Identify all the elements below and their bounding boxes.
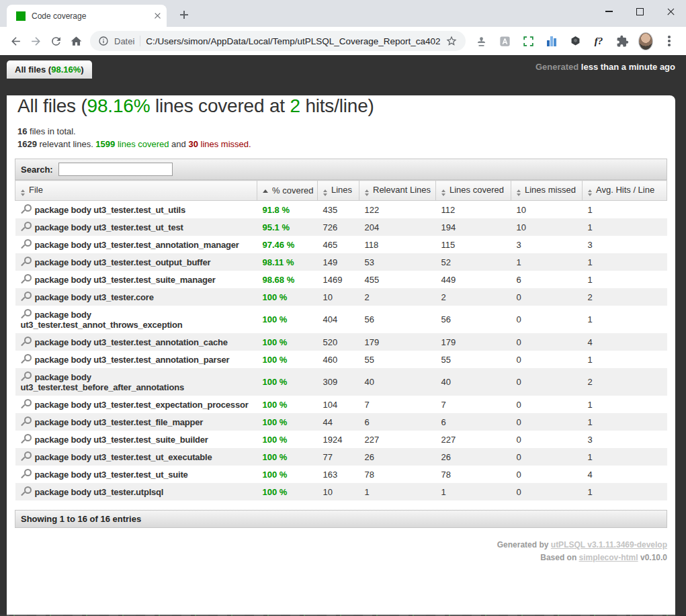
column-header-file[interactable]: File	[15, 181, 257, 201]
file-cell[interactable]: package body ut3_tester.test_output_buff…	[15, 253, 257, 271]
file-link[interactable]: package body ut3_tester.test_suite_manag…	[35, 275, 216, 285]
url-text[interactable]: C:/Users/simon/AppData/Local/Temp/utPLSQ…	[146, 36, 440, 46]
stamp-extension-button[interactable]	[474, 34, 488, 48]
cube-extension-button[interactable]	[568, 34, 583, 48]
file-cell[interactable]: package body ut3_tester.test_annot_throw…	[15, 306, 257, 333]
file-cell[interactable]: package body ut3_tester.test_file_mapper	[15, 413, 257, 431]
file-link[interactable]: package body ut3_tester.utplsql	[35, 487, 164, 497]
all-files-tab[interactable]: All files (98.16%)	[7, 60, 92, 79]
file-cell[interactable]: package body ut3_tester.test_expectation…	[15, 396, 257, 413]
relevant-lines-cell: 40	[359, 368, 436, 396]
maximize-button[interactable]	[624, 0, 655, 23]
new-tab-button[interactable]	[176, 7, 192, 23]
file-link[interactable]: package body ut3_tester.test_ut_executab…	[35, 452, 212, 462]
file-cell[interactable]: package body ut3_tester.test_ut_utils	[15, 201, 257, 219]
percent-covered-cell: 100 %	[257, 466, 318, 483]
generator-link[interactable]: utPLSQL v3.1.11.3469-develop	[551, 540, 667, 549]
file-cell[interactable]: package body ut3_tester.test_suite_build…	[15, 431, 257, 448]
percent-covered-cell: 98.68 %	[257, 271, 318, 288]
fn-extension-button[interactable]: f?	[591, 34, 606, 48]
file-cell[interactable]: package body ut3_tester.test_ut_executab…	[15, 448, 257, 466]
back-button[interactable]	[5, 31, 26, 51]
file-link[interactable]: package body ut3_tester.test_ut_suite	[35, 470, 188, 480]
tab-close-icon[interactable]	[154, 12, 161, 19]
minimize-button[interactable]	[593, 0, 624, 23]
file-link[interactable]: package body ut3_tester.test_annotation_…	[35, 337, 228, 347]
file-link[interactable]: package body ut3_tester.test_annotation_…	[35, 240, 239, 250]
file-link[interactable]: package body ut3_tester.test_output_buff…	[35, 257, 211, 267]
column-header-lines-covered[interactable]: Lines covered	[436, 181, 511, 201]
browser-tab[interactable]: Code coverage	[7, 5, 167, 27]
simplecov-link[interactable]: simplecov-html	[579, 553, 638, 562]
info-icon[interactable]	[98, 36, 109, 46]
browser-toolbar: Datei C:/Users/simon/AppData/Local/Temp/…	[0, 27, 686, 55]
relevant-lines-cell: 7	[359, 396, 436, 413]
lines-covered-cell: 55	[436, 351, 511, 368]
browser-menu-button[interactable]	[662, 34, 677, 48]
file-cell[interactable]: package body ut3_tester.core	[15, 288, 257, 306]
percent-covered-cell: 100 %	[257, 288, 318, 306]
file-link[interactable]: package body ut3_tester.test_expectation…	[35, 400, 249, 410]
profile-button[interactable]	[638, 34, 653, 48]
file-link[interactable]: package body ut3_tester.test_file_mapper	[35, 417, 204, 427]
lines-cell: 435	[318, 201, 359, 219]
table-row: package body ut3_tester.test_expectation…	[15, 396, 667, 413]
avg-hits-cell: 1	[583, 253, 667, 271]
url-bar[interactable]: Datei C:/Users/simon/AppData/Local/Temp/…	[90, 31, 466, 51]
chart-extension-button[interactable]	[544, 34, 559, 48]
file-link[interactable]: package body ut3_tester.test_before_afte…	[21, 372, 184, 392]
file-cell[interactable]: package body ut3_tester.test_before_afte…	[15, 368, 257, 396]
star-icon[interactable]	[445, 35, 458, 47]
magnifier-icon	[21, 354, 32, 364]
file-cell[interactable]: package body ut3_tester.test_ut_suite	[15, 466, 257, 483]
close-button[interactable]	[655, 0, 686, 23]
file-cell[interactable]: package body ut3_tester.test_ut_test	[15, 218, 257, 236]
column-header-avg-hits-line[interactable]: Avg. Hits / Line	[583, 181, 667, 201]
file-cell[interactable]: package body ut3_tester.test_annotation_…	[15, 333, 257, 351]
extensions-button[interactable]	[615, 34, 630, 48]
close-icon	[667, 7, 675, 16]
file-link[interactable]: package body ut3_tester.test_ut_utils	[35, 205, 186, 215]
file-cell[interactable]: package body ut3_tester.test_annotation_…	[15, 236, 257, 253]
url-divider	[140, 36, 140, 46]
search-input[interactable]	[58, 163, 173, 176]
lines-covered-cell: 194	[436, 218, 511, 236]
relevant-lines-cell: 53	[359, 253, 436, 271]
file-link[interactable]: package body ut3_tester.test_annot_throw…	[21, 310, 183, 330]
file-link[interactable]: package body ut3_tester.test_ut_test	[35, 222, 183, 232]
relevant-lines-cell: 227	[359, 431, 436, 448]
forward-button[interactable]	[26, 31, 46, 51]
magnifier-icon	[21, 416, 32, 427]
file-cell[interactable]: package body ut3_tester.test_suite_manag…	[15, 271, 257, 288]
avg-hits-cell: 4	[583, 333, 667, 351]
file-link[interactable]: package body ut3_tester.core	[35, 292, 154, 302]
file-cell[interactable]: package body ut3_tester.utplsql	[15, 483, 257, 500]
file-link[interactable]: package body ut3_tester.test_suite_build…	[35, 435, 208, 445]
column-header-lines[interactable]: Lines	[318, 181, 359, 201]
lines-missed-cell: 0	[511, 413, 583, 431]
lines-covered-cell: 449	[436, 271, 511, 288]
file-link[interactable]: package body ut3_tester.test_annotation_…	[35, 355, 230, 365]
stamp-icon	[475, 35, 488, 48]
back-icon	[9, 35, 22, 48]
home-icon	[70, 35, 83, 48]
avg-hits-cell: 1	[583, 448, 667, 466]
relevant-lines-cell: 56	[359, 306, 436, 333]
avg-hits-cell: 1	[583, 306, 667, 333]
reload-button[interactable]	[46, 31, 66, 51]
home-button[interactable]	[66, 31, 86, 51]
pdf-extension-button[interactable]	[497, 34, 512, 48]
lines-missed-cell: 0	[511, 448, 583, 466]
relevant-lines-cell: 118	[359, 236, 436, 253]
reload-icon	[50, 35, 62, 48]
avg-hits-cell: 3	[583, 236, 667, 253]
screenshot-extension-button[interactable]	[521, 34, 535, 48]
column-header-lines-missed[interactable]: Lines missed	[511, 181, 583, 201]
column-header-percent-covered[interactable]: % covered	[257, 181, 318, 201]
magnifier-icon	[21, 292, 32, 302]
lines-covered-cell: 179	[436, 333, 511, 351]
column-header-relevant-lines[interactable]: Relevant Lines	[359, 181, 436, 201]
avg-hits-cell: 1	[583, 351, 667, 368]
relevant-lines-cell: 122	[359, 201, 436, 219]
file-cell[interactable]: package body ut3_tester.test_annotation_…	[15, 351, 257, 368]
